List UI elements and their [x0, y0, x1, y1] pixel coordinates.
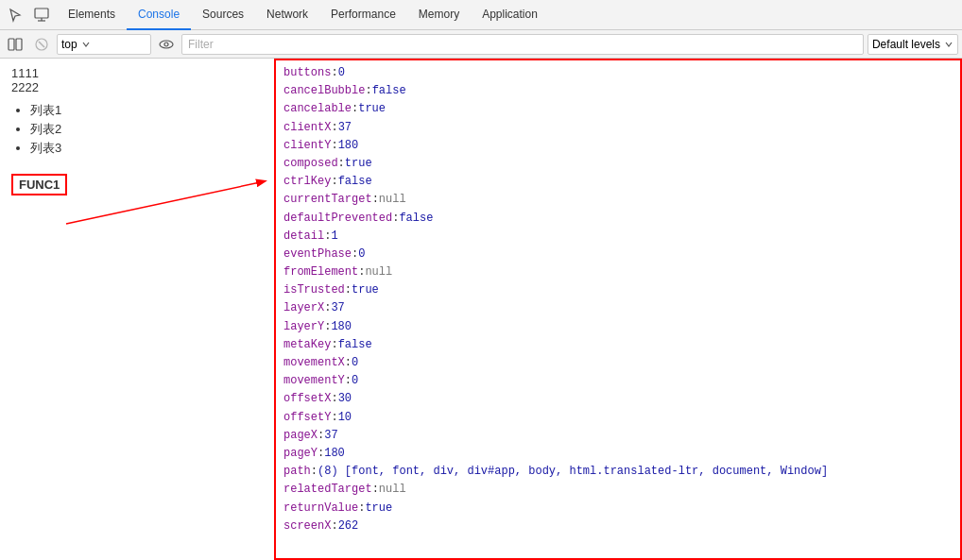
svg-point-7: [160, 41, 173, 48]
colon: :: [345, 372, 352, 390]
console-line: cancelBubble: false: [283, 82, 953, 100]
prop-value: 0: [352, 372, 358, 390]
console-line: returnValue: true: [283, 500, 953, 518]
colon: :: [324, 318, 331, 336]
colon: :: [392, 210, 399, 228]
prop-value: true: [365, 500, 392, 518]
prop-value: 262: [338, 518, 359, 535]
prop-name: clientY: [283, 137, 331, 155]
console-line: offsetY: 10: [283, 409, 953, 427]
list-item-2: 列表2: [30, 121, 263, 138]
prop-value: 10: [338, 409, 352, 427]
colon: :: [324, 228, 331, 246]
prop-value: true: [358, 100, 386, 118]
colon: :: [372, 481, 379, 499]
tab-elements[interactable]: Elements: [57, 0, 127, 30]
prop-name: isTrusted: [283, 281, 345, 299]
prop-value: true: [352, 281, 379, 299]
clear-console-btn[interactable]: [30, 33, 53, 56]
func1-button[interactable]: FUNC1: [11, 174, 67, 195]
console-line: relatedTarget: null: [283, 481, 953, 499]
colon: :: [331, 173, 337, 191]
prop-value: 0: [338, 64, 345, 82]
prop-name: fromElement: [283, 263, 358, 281]
colon: :: [358, 500, 365, 518]
console-toolbar: top Default levels: [0, 30, 962, 59]
prop-name: cancelable: [283, 100, 352, 118]
list-item-3: 列表3: [30, 140, 263, 157]
console-line: currentTarget: null: [283, 191, 953, 209]
list-items: 列表1 列表2 列表3: [30, 102, 263, 157]
console-line: clientY: 180: [283, 137, 953, 155]
prop-name: cancelBubble: [283, 82, 365, 100]
page-numbers: 1111 2222: [11, 66, 263, 94]
colon: :: [365, 82, 371, 100]
sidebar-toggle-btn[interactable]: [4, 33, 26, 56]
colon: :: [331, 409, 337, 427]
prop-name: returnValue: [283, 500, 358, 518]
live-expression-btn[interactable]: [155, 33, 178, 56]
colon: :: [331, 518, 337, 535]
console-line: metaKey: false: [283, 336, 953, 354]
log-levels-select[interactable]: Default levels: [868, 34, 958, 55]
prop-name: screenX: [283, 518, 331, 535]
prop-value: null: [379, 191, 406, 209]
tab-application[interactable]: Application: [471, 0, 549, 30]
prop-value: null: [379, 481, 406, 499]
tab-performance[interactable]: Performance: [319, 0, 407, 30]
filter-input[interactable]: [181, 34, 864, 55]
console-line: fromElement: null: [283, 263, 953, 281]
colon: :: [331, 390, 337, 408]
console-line: isTrusted: true: [283, 281, 953, 299]
colon: :: [338, 155, 345, 173]
context-selector[interactable]: top: [57, 34, 151, 55]
svg-rect-0: [35, 8, 48, 18]
console-line: composed: true: [283, 155, 953, 173]
prop-name: movementY: [283, 372, 345, 390]
tab-icon-group: [0, 4, 57, 26]
list-item-1: 列表1: [30, 102, 263, 119]
prop-name: composed: [283, 155, 338, 173]
prop-name: detail: [283, 228, 324, 246]
tab-memory[interactable]: Memory: [407, 0, 471, 30]
page-area: 1111 2222 列表1 列表2 列表3 FUNC1: [0, 59, 274, 560]
svg-line-6: [39, 42, 44, 47]
prop-value: 1: [331, 228, 337, 246]
colon: :: [324, 299, 331, 317]
prop-value: false: [399, 210, 433, 228]
console-output[interactable]: buttons: 0cancelBubble: falsecancelable:…: [274, 59, 962, 560]
prop-name: relatedTarget: [283, 481, 372, 499]
tab-sources[interactable]: Sources: [191, 0, 255, 30]
console-line: path: (8) [font, font, div, div#app, bod…: [283, 463, 953, 481]
prop-value: 180: [324, 445, 345, 463]
prop-name: offsetX: [283, 390, 331, 408]
console-line: defaultPrevented: false: [283, 210, 953, 228]
colon: :: [318, 427, 324, 445]
console-line: layerY: 180: [283, 318, 953, 336]
prop-value: null: [365, 263, 392, 281]
number-1111: 1111: [11, 66, 263, 80]
page-content: 1111 2222 列表1 列表2 列表3 FUNC1: [11, 66, 263, 195]
colon: :: [331, 137, 337, 155]
colon: :: [331, 119, 337, 137]
colon: :: [358, 263, 365, 281]
tab-network[interactable]: Network: [255, 0, 319, 30]
prop-name: pageY: [283, 445, 318, 463]
main-content: 1111 2222 列表1 列表2 列表3 FUNC1 buttons: 0ca…: [0, 59, 962, 560]
prop-value: 37: [324, 427, 337, 445]
tab-console[interactable]: Console: [127, 0, 191, 30]
console-line: movementY: 0: [283, 372, 953, 390]
colon: :: [352, 100, 358, 118]
prop-value: 37: [331, 299, 344, 317]
prop-name: currentTarget: [283, 191, 372, 209]
devtools-tab-bar: Elements Console Sources Network Perform…: [0, 0, 962, 30]
prop-value: false: [338, 173, 372, 191]
inspect-icon[interactable]: [30, 4, 53, 26]
prop-name: layerX: [283, 299, 324, 317]
prop-name: clientX: [283, 119, 331, 137]
number-2222: 2222: [11, 80, 263, 94]
cursor-icon[interactable]: [4, 4, 26, 26]
prop-name: ctrlKey: [283, 173, 331, 191]
console-line: buttons: 0: [283, 64, 953, 82]
console-line: eventPhase: 0: [283, 246, 953, 263]
